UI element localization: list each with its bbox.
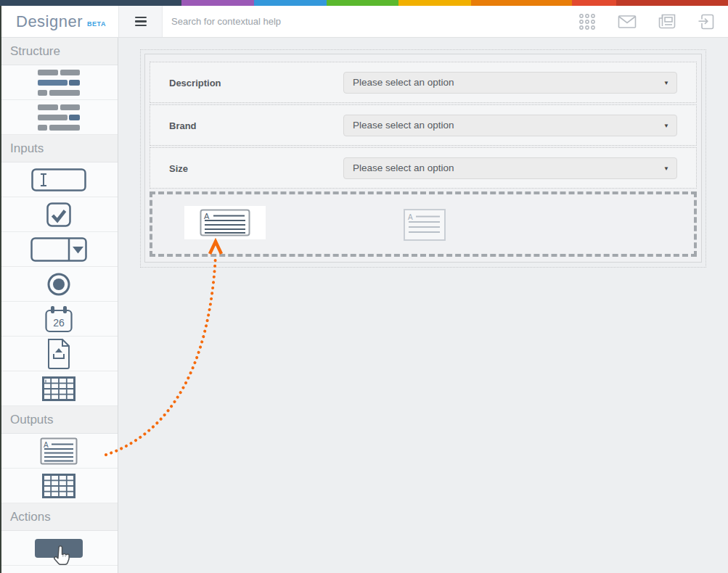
select-value: Please select an option	[353, 120, 454, 131]
form-container: Description Please select an option ▼ Br…	[144, 54, 702, 263]
field-label: Description	[169, 77, 221, 88]
stripe-segment	[616, 0, 728, 6]
stripe-segment	[471, 0, 572, 6]
button-icon	[35, 539, 83, 558]
accent-stripe	[0, 0, 728, 6]
field-label: Brand	[169, 120, 197, 131]
header-actions	[578, 6, 728, 37]
text-display-ghost-icon: A	[404, 209, 446, 241]
layout-rows-alt-icon	[38, 104, 80, 131]
svg-text:A: A	[44, 441, 49, 449]
table-icon	[42, 474, 75, 498]
stripe-segment	[0, 0, 181, 6]
sidebar-item-table[interactable]	[0, 469, 118, 503]
stripe-segment	[327, 0, 398, 6]
select-value: Please select an option	[353, 162, 454, 173]
search-area	[163, 6, 578, 37]
sidebar-item-radio-button[interactable]	[0, 267, 118, 302]
dropdown-caret-icon: ▼	[663, 165, 669, 171]
section-header-inputs: Inputs	[0, 135, 118, 162]
widget-palette-sidebar: Structure Inputs	[0, 38, 118, 573]
form-row-brand[interactable]: Brand Please select an option ▼	[150, 104, 697, 146]
search-input[interactable]	[171, 16, 476, 27]
layout-rows-icon	[38, 70, 80, 96]
brand-select[interactable]: Please select an option ▼	[343, 115, 677, 136]
stripe-segment	[572, 0, 616, 6]
sidebar-item-layout-rows-alt[interactable]	[0, 100, 118, 135]
text-input-icon	[31, 168, 86, 191]
stripe-segment	[254, 0, 327, 6]
section-header-actions: Actions	[0, 503, 118, 531]
sidebar-item-layout-rows[interactable]	[0, 65, 118, 100]
sidebar-item-file-upload[interactable]	[0, 337, 118, 371]
widget-dropzone[interactable]: A A	[150, 191, 697, 257]
section-header-structure: Structure	[0, 38, 118, 65]
text-display-icon: A	[40, 437, 78, 465]
date-picker-icon: 26	[44, 305, 73, 334]
app-title: Designer	[16, 12, 83, 31]
exit-icon[interactable]	[698, 12, 716, 31]
apps-grid-icon[interactable]	[578, 12, 597, 31]
mail-icon[interactable]	[618, 12, 637, 31]
dropped-widget-placeholder: A	[404, 209, 446, 244]
svg-text:A: A	[408, 213, 413, 221]
sidebar-item-date-picker[interactable]: 26	[0, 302, 118, 337]
menu-button[interactable]	[118, 6, 163, 37]
dropdown-icon	[30, 237, 87, 262]
sidebar-item-editable-table[interactable]	[0, 371, 118, 406]
hamburger-icon	[135, 17, 147, 19]
sidebar-item-dropdown[interactable]	[0, 232, 118, 267]
sidebar-item-button[interactable]	[0, 531, 118, 566]
description-select[interactable]: Please select an option ▼	[343, 72, 677, 94]
svg-text:A: A	[204, 212, 210, 220]
newspaper-icon[interactable]	[658, 12, 676, 31]
stripe-segment	[398, 0, 471, 6]
svg-text:26: 26	[53, 317, 65, 329]
size-select[interactable]: Please select an option ▼	[343, 157, 677, 179]
beta-badge: BETA	[87, 20, 106, 28]
section-header-outputs: Outputs	[0, 406, 118, 434]
sidebar-filler	[0, 566, 118, 573]
radio-button-icon	[46, 271, 72, 297]
sidebar-item-text-input[interactable]	[0, 162, 118, 197]
dropdown-caret-icon: ▼	[663, 122, 669, 128]
checkbox-icon	[46, 202, 71, 227]
select-value: Please select an option	[353, 77, 454, 88]
text-display-icon: A	[200, 209, 250, 236]
file-upload-icon	[46, 338, 71, 370]
stripe-segment	[181, 0, 254, 6]
window-edge	[0, 6, 1, 573]
dropdown-caret-icon: ▼	[663, 79, 669, 86]
form-row-description[interactable]: Description Please select an option ▼	[150, 62, 697, 103]
sidebar-item-checkbox[interactable]	[0, 197, 118, 232]
form-row-size[interactable]: Size Please select an option ▼	[150, 147, 697, 189]
editable-table-icon	[42, 376, 75, 401]
dragged-widget-preview[interactable]: A	[184, 206, 266, 239]
design-canvas[interactable]: Description Please select an option ▼ Br…	[118, 38, 728, 573]
field-label: Size	[169, 162, 188, 173]
sidebar-item-text-display[interactable]: A	[0, 434, 118, 469]
header-bar: Designer BETA	[0, 6, 728, 38]
app-logo: Designer BETA	[0, 6, 118, 37]
